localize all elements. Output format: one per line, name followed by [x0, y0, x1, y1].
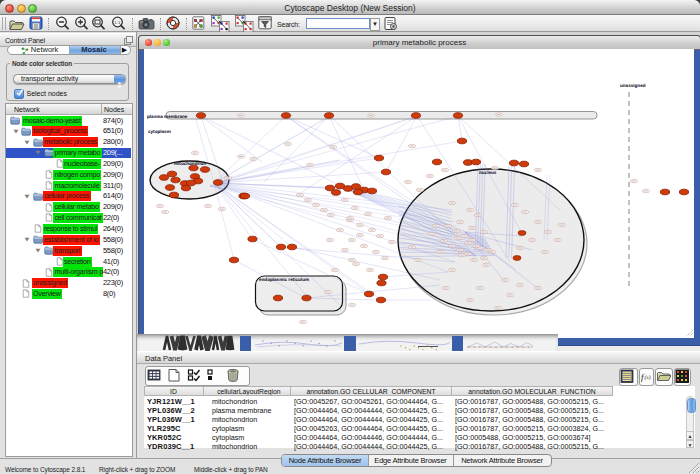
svg-text:nucleus: nucleus — [479, 170, 497, 175]
svg-text:cytoplasm: cytoplasm — [148, 129, 171, 134]
svg-text:endoplasmic reticulum: endoplasmic reticulum — [259, 277, 309, 282]
svg-text:1:1: 1:1 — [114, 20, 121, 25]
svg-text:plasma membrane: plasma membrane — [147, 114, 188, 119]
svg-text:mitochondrion: mitochondrion — [174, 161, 206, 166]
svg-text:(x): (x) — [645, 375, 651, 381]
svg-text:unassigned: unassigned — [620, 83, 646, 88]
